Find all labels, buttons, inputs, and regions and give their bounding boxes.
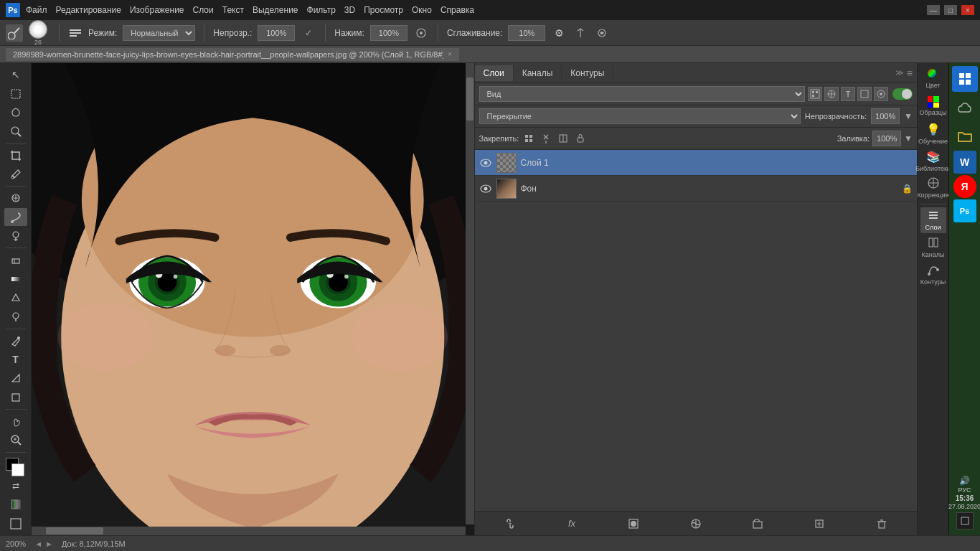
- add-adjustment-btn[interactable]: [688, 516, 704, 532]
- layer-item-1[interactable]: Слой 1: [475, 150, 918, 176]
- switch-colors-btn[interactable]: ⇄: [4, 477, 27, 494]
- filter-adjustment-icon[interactable]: [824, 87, 839, 101]
- yandex-btn[interactable]: Я: [953, 175, 976, 198]
- flow-input[interactable]: [370, 25, 407, 41]
- prev-state-btn[interactable]: ◄: [34, 540, 42, 548]
- menu-file[interactable]: Файл: [26, 5, 47, 15]
- crop-tool[interactable]: [4, 146, 27, 164]
- layer-opacity-input[interactable]: [871, 108, 900, 124]
- color-swatches[interactable]: [4, 458, 27, 475]
- layer-effects-btn[interactable]: fx: [564, 516, 580, 532]
- menu-window[interactable]: Окно: [412, 5, 432, 15]
- layer-item-bg[interactable]: Фон 🔒: [475, 176, 918, 202]
- word-btn[interactable]: W: [953, 151, 976, 174]
- opacity-always-btn[interactable]: ✓: [301, 25, 316, 41]
- delete-layer-btn[interactable]: [874, 516, 890, 532]
- menu-view[interactable]: Просмотр: [364, 5, 403, 15]
- photoshop-btn[interactable]: Ps: [953, 199, 976, 222]
- lock-position-icon[interactable]: [539, 131, 553, 146]
- fill-input[interactable]: [872, 131, 901, 146]
- layer-filter-dropdown[interactable]: Вид Тип Имя: [479, 86, 806, 102]
- filter-type-icon[interactable]: T: [841, 87, 855, 101]
- eyedropper-tool[interactable]: [4, 166, 27, 183]
- hand-tool[interactable]: [4, 413, 27, 430]
- quick-select-tool[interactable]: [4, 123, 27, 140]
- eraser-tool[interactable]: [4, 251, 27, 268]
- pressure-btn[interactable]: [594, 25, 610, 41]
- dodge-tool[interactable]: [4, 308, 27, 325]
- minimize-button[interactable]: —: [927, 5, 940, 15]
- smoothing-input[interactable]: [508, 25, 545, 41]
- new-layer-btn[interactable]: [811, 516, 827, 532]
- panel-corrections[interactable]: Коррекция: [920, 175, 946, 201]
- clone-tool[interactable]: [4, 227, 27, 245]
- menu-text[interactable]: Текст: [222, 5, 244, 15]
- add-mask-btn[interactable]: [626, 516, 641, 532]
- opacity-input[interactable]: [258, 25, 295, 41]
- tab-paths[interactable]: Контуры: [562, 65, 613, 81]
- marquee-tool[interactable]: [4, 85, 27, 102]
- panel-layers-sidebar[interactable]: Слои: [920, 207, 946, 233]
- menu-help[interactable]: Справка: [440, 5, 474, 15]
- pen-tool[interactable]: [4, 331, 27, 349]
- link-layers-btn[interactable]: [502, 516, 518, 532]
- menu-edit[interactable]: Редактирование: [56, 5, 121, 15]
- zoom-tool[interactable]: [4, 431, 27, 448]
- next-state-btn[interactable]: ►: [45, 540, 53, 548]
- menu-image[interactable]: Изображение: [130, 5, 184, 15]
- lock-pixels-icon[interactable]: [522, 131, 536, 146]
- canvas-scrollbar-horizontal[interactable]: [32, 527, 466, 535]
- panel-expand-icon[interactable]: ≫: [895, 68, 904, 77]
- menu-3d[interactable]: 3D: [344, 5, 355, 15]
- healing-tool[interactable]: [4, 189, 27, 207]
- type-tool[interactable]: T: [4, 351, 27, 368]
- blur-tool[interactable]: [4, 289, 27, 306]
- panel-channels-sidebar[interactable]: Каналы: [920, 235, 946, 260]
- canvas-scrollbar-vertical[interactable]: [466, 63, 474, 524]
- document-tab[interactable]: 2898989-women-brunette-face-juicy-lips-b…: [6, 48, 459, 61]
- document-tab-close[interactable]: ×: [448, 50, 452, 58]
- canvas-area[interactable]: [32, 63, 474, 535]
- close-button[interactable]: ×: [961, 5, 974, 15]
- blend-mode-dropdown[interactable]: Перекрытие Нормальный Умножение Осветлен…: [479, 108, 801, 124]
- path-select-tool[interactable]: [4, 369, 27, 387]
- layer-visibility-bg[interactable]: [479, 182, 492, 195]
- panel-menu-icon[interactable]: ≡: [907, 67, 913, 79]
- filter-shape-icon[interactable]: [857, 87, 872, 101]
- lang-indicator[interactable]: РУС: [958, 486, 971, 494]
- symmetry-btn[interactable]: [573, 25, 588, 41]
- menu-layers[interactable]: Слои: [193, 5, 214, 15]
- airbrush-btn[interactable]: [413, 25, 429, 41]
- show-desktop-btn[interactable]: [956, 512, 974, 529]
- cloud-icon-btn[interactable]: [952, 96, 978, 122]
- panel-libraries[interactable]: 📚 Библиотеки: [920, 148, 946, 174]
- lasso-tool[interactable]: [4, 104, 27, 121]
- file-manager-btn[interactable]: [952, 123, 978, 149]
- tab-layers[interactable]: Слои: [475, 65, 514, 81]
- panel-swatches[interactable]: Образцы: [920, 93, 946, 119]
- lock-artboard-icon[interactable]: [556, 131, 570, 146]
- fill-arrow[interactable]: ▼: [904, 133, 913, 143]
- mode-dropdown[interactable]: Нормальный Растворение Затемнение: [123, 25, 195, 41]
- filter-pixel-icon[interactable]: [808, 87, 822, 101]
- opacity-arrow[interactable]: ▼: [904, 111, 913, 121]
- new-group-btn[interactable]: [750, 516, 765, 532]
- filter-smartobj-icon[interactable]: [874, 87, 888, 101]
- brush-preview[interactable]: [29, 20, 47, 39]
- filter-toggle[interactable]: [892, 88, 913, 100]
- background-color[interactable]: [11, 463, 24, 476]
- move-tool[interactable]: ↖: [4, 66, 27, 83]
- shape-tool[interactable]: [4, 389, 27, 406]
- screen-mode-btn[interactable]: [4, 515, 27, 532]
- maximize-button[interactable]: □: [944, 5, 957, 15]
- v-scroll-thumb[interactable]: [466, 77, 473, 121]
- quick-mask-btn[interactable]: [4, 496, 27, 513]
- panel-color[interactable]: Цвет: [920, 66, 946, 92]
- windows-start-btn[interactable]: [952, 66, 978, 92]
- tab-channels[interactable]: Каналы: [514, 65, 562, 81]
- menu-select[interactable]: Выделение: [253, 5, 298, 15]
- gradient-tool[interactable]: [4, 270, 27, 287]
- panel-paths-sidebar[interactable]: Контуры: [920, 262, 946, 288]
- brush-tool[interactable]: [4, 208, 27, 225]
- h-scroll-thumb[interactable]: [46, 527, 103, 534]
